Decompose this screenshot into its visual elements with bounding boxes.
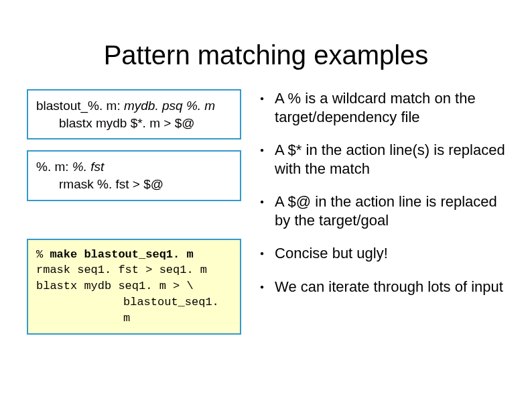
left-column: blastout_%. m: mydb. psq %. m blastx myd…: [27, 89, 241, 335]
bullet-item: A % is a wildcard match on the target/de…: [260, 89, 505, 126]
rule-line: blastout_%. m: mydb. psq %. m: [36, 97, 232, 115]
rule-deps: mydb. psq %. m: [124, 99, 215, 113]
content-area: blastout_%. m: mydb. psq %. m blastx myd…: [27, 89, 505, 335]
bullet-item: A $@ in the action line is replaced by t…: [260, 192, 505, 229]
bullet-text: We can iterate through lots of input: [275, 278, 505, 296]
terminal-line: rmask seq1. fst > seq1. m: [36, 262, 232, 278]
terminal-line: blastx mydb seq1. m > \: [36, 278, 232, 294]
terminal-command: make blastout_seq1. m: [50, 248, 193, 261]
bullet-list: A % is a wildcard match on the target/de…: [260, 89, 505, 296]
rule-action: rmask %. fst > $@: [36, 176, 232, 193]
rule-target: blastout_%. m:: [36, 99, 121, 113]
rule-target: %. m:: [36, 160, 69, 174]
bullet-text: Concise but ugly!: [275, 244, 505, 263]
prompt: %: [36, 248, 50, 261]
bullet-text: A % is a wildcard match on the target/de…: [275, 89, 505, 126]
terminal-line: % make blastout_seq1. m: [36, 247, 232, 263]
terminal-output-box: % make blastout_seq1. m rmask seq1. fst …: [27, 239, 241, 335]
rule-line: %. m: %. fst: [36, 158, 232, 176]
bullet-item: A $* in the action line(s) is replaced w…: [260, 141, 505, 178]
slide: Pattern matching examples blastout_%. m:…: [0, 0, 532, 399]
terminal-line: blastout_seq1. m: [36, 294, 232, 327]
spacer: [27, 212, 241, 228]
makefile-rule-box-2: %. m: %. fst rmask %. fst > $@: [27, 150, 241, 201]
bullet-text: A $* in the action line(s) is replaced w…: [275, 141, 505, 178]
makefile-rule-box-1: blastout_%. m: mydb. psq %. m blastx myd…: [27, 89, 241, 139]
bullet-item: We can iterate through lots of input: [260, 278, 505, 296]
rule-action: blastx mydb $*. m > $@: [36, 115, 232, 132]
slide-title: Pattern matching examples: [27, 40, 505, 70]
bullet-item: Concise but ugly!: [260, 244, 505, 263]
right-column: A % is a wildcard match on the target/de…: [260, 89, 505, 335]
rule-deps: %. fst: [72, 160, 105, 174]
bullet-text: A $@ in the action line is replaced by t…: [275, 192, 505, 229]
